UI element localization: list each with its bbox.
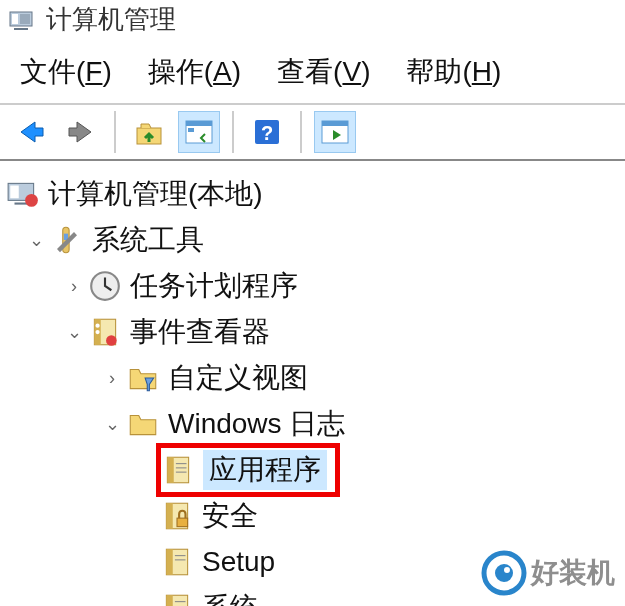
clock-icon — [88, 269, 122, 303]
toolbar: ? — [0, 105, 625, 161]
toolbar-separator — [114, 111, 116, 153]
watermark-text: 好装机 — [531, 554, 615, 592]
tree-view: 计算机管理(本地) ⌄ 系统工具 › 任务计划程序 ⌄ 事件查看器 › 自定义视… — [0, 161, 625, 606]
tree-label: 自定义视图 — [168, 359, 308, 397]
svg-rect-11 — [322, 121, 348, 126]
tree-label: 任务计划程序 — [130, 267, 298, 305]
svg-rect-7 — [188, 128, 194, 132]
svg-rect-6 — [186, 121, 212, 126]
properties-button[interactable] — [178, 111, 220, 153]
svg-point-15 — [25, 194, 38, 207]
tools-icon — [50, 223, 84, 257]
svg-rect-14 — [10, 186, 19, 199]
svg-rect-2 — [12, 14, 18, 24]
help-icon: ? — [251, 116, 283, 148]
folder-icon — [126, 407, 160, 441]
watermark-icon — [481, 550, 527, 596]
log-icon — [160, 545, 194, 579]
event-viewer-icon — [88, 315, 122, 349]
window-icon — [183, 116, 215, 148]
tree-label: Setup — [202, 546, 275, 578]
tree-node-security[interactable]: 安全 — [4, 493, 621, 539]
svg-rect-13 — [15, 203, 28, 205]
folder-up-icon — [133, 116, 165, 148]
computer-mgmt-icon — [6, 177, 40, 211]
chevron-right-icon[interactable]: › — [98, 364, 126, 392]
menu-file[interactable]: 文件(F) — [20, 53, 112, 91]
svg-text:?: ? — [261, 122, 273, 144]
chevron-down-icon[interactable]: ⌄ — [60, 318, 88, 346]
tree-label: 系统 — [202, 589, 258, 606]
toolbar-separator — [300, 111, 302, 153]
svg-point-40 — [495, 564, 513, 582]
svg-rect-30 — [166, 503, 172, 529]
tree-node-application[interactable]: 应用程序 — [4, 447, 621, 493]
tree-label: 应用程序 — [203, 450, 327, 490]
forward-button[interactable] — [60, 111, 102, 153]
log-lock-icon — [160, 499, 194, 533]
folder-filter-icon — [126, 361, 160, 395]
show-pane-button[interactable] — [314, 111, 356, 153]
tree-label: 安全 — [202, 497, 258, 535]
menu-action[interactable]: 操作(A) — [148, 53, 241, 91]
svg-rect-31 — [177, 518, 188, 527]
svg-point-41 — [504, 567, 510, 573]
up-button[interactable] — [128, 111, 170, 153]
svg-rect-1 — [14, 28, 28, 30]
arrow-left-icon — [15, 116, 47, 148]
title-bar: 计算机管理 — [0, 0, 625, 45]
watermark: 好装机 — [481, 550, 615, 596]
chevron-down-icon[interactable]: ⌄ — [98, 410, 126, 438]
tree-node-windows-logs[interactable]: ⌄ Windows 日志 — [4, 401, 621, 447]
log-icon — [161, 453, 195, 487]
window-title: 计算机管理 — [46, 2, 176, 37]
pane-play-icon — [319, 116, 351, 148]
help-button[interactable]: ? — [246, 111, 288, 153]
app-icon — [8, 8, 38, 32]
tree-label: 系统工具 — [92, 221, 204, 259]
log-icon — [160, 591, 194, 606]
svg-rect-25 — [167, 457, 173, 483]
toolbar-separator — [232, 111, 234, 153]
svg-rect-37 — [166, 595, 172, 606]
svg-point-22 — [95, 330, 99, 334]
tree-node-event-viewer[interactable]: ⌄ 事件查看器 — [4, 309, 621, 355]
arrow-right-icon — [65, 116, 97, 148]
selection-highlight: 应用程序 — [156, 443, 340, 497]
tree-node-system-tools[interactable]: ⌄ 系统工具 — [4, 217, 621, 263]
chevron-down-icon[interactable]: ⌄ — [22, 226, 50, 254]
tree-node-task-scheduler[interactable]: › 任务计划程序 — [4, 263, 621, 309]
menu-bar: 文件(F) 操作(A) 查看(V) 帮助(H) — [0, 45, 625, 105]
menu-view[interactable]: 查看(V) — [277, 53, 370, 91]
tree-node-root[interactable]: 计算机管理(本地) — [4, 171, 621, 217]
tree-label: Windows 日志 — [168, 405, 345, 443]
svg-point-21 — [95, 324, 99, 328]
svg-rect-33 — [166, 549, 172, 575]
back-button[interactable] — [10, 111, 52, 153]
chevron-right-icon[interactable]: › — [60, 272, 88, 300]
tree-node-custom-views[interactable]: › 自定义视图 — [4, 355, 621, 401]
menu-help[interactable]: 帮助(H) — [406, 53, 501, 91]
svg-rect-3 — [20, 14, 30, 24]
tree-label: 计算机管理(本地) — [48, 175, 263, 213]
svg-point-23 — [106, 335, 117, 346]
tree-label: 事件查看器 — [130, 313, 270, 351]
